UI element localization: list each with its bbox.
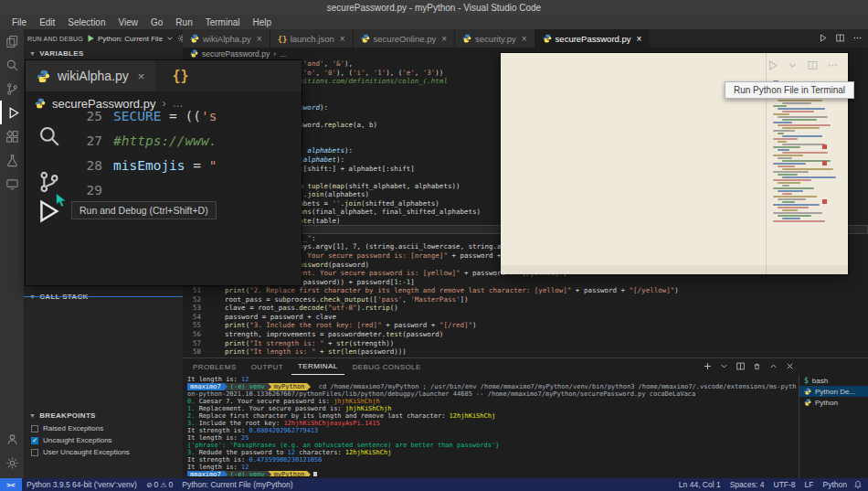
new-terminal-icon[interactable] <box>703 361 713 371</box>
breakpoint-item[interactable]: User Uncaught Exceptions <box>24 446 183 458</box>
activity-run-and-debug[interactable] <box>0 101 24 124</box>
debug-config-status[interactable]: Python: Current File (myPython) <box>177 480 297 489</box>
breakpoint-item[interactable]: ✓Uncaught Exceptions <box>24 434 183 446</box>
tab-wikialpha-py[interactable]: wikiAlpha.py× <box>183 29 270 48</box>
panel-tabs: PROBLEMSOUTPUTTERMINALDEBUG CONSOLE <box>186 358 428 375</box>
variables-section-header[interactable]: ▼ VARIABLES <box>24 48 183 59</box>
more-actions-icon[interactable] <box>852 33 863 43</box>
terminal-process-python-de-[interactable]: Python De... <box>799 386 868 397</box>
breakpoint-label: User Uncaught Exceptions <box>43 448 130 456</box>
notifications-bell-icon[interactable] <box>853 480 863 489</box>
menu-selection[interactable]: Selection <box>61 17 111 27</box>
checkbox[interactable] <box>31 449 38 456</box>
warning-icon: ⚠ <box>160 481 166 489</box>
status-python[interactable]: Python <box>819 480 852 489</box>
terminal-line: 2. Replace first character by its length… <box>187 412 797 420</box>
panel-tab-debug-console[interactable]: DEBUG CONSOLE <box>346 359 428 375</box>
minimap-line <box>782 102 811 104</box>
status-lf[interactable]: LF <box>800 480 819 489</box>
activity-search[interactable] <box>0 53 24 77</box>
tab-security-py[interactable]: security.py× <box>455 29 535 48</box>
code-line-51: 51 print("2. Replace first character by … <box>183 286 868 295</box>
terminal-line: It length is: 12 <box>187 464 797 471</box>
activity-explorer[interactable] <box>0 29 24 53</box>
tab-securepassword-py[interactable]: securePassword.py× <box>535 29 651 48</box>
menu-file[interactable]: File <box>5 17 33 27</box>
close-icon[interactable]: × <box>637 34 642 44</box>
code-line-58: 58 print("It length is: " + str(len(pass… <box>183 347 868 357</box>
close-icon[interactable]: × <box>340 34 345 44</box>
terminal-line: {'phrase': 'Passphrases (e.g. an obfusca… <box>187 442 797 449</box>
panel-tab-output[interactable]: OUTPUT <box>245 359 290 375</box>
python-interpreter-status[interactable]: Python 3.9.5 64-bit ('venv':venv) <box>22 480 142 489</box>
checkbox[interactable] <box>31 425 38 432</box>
chevron-down-icon[interactable] <box>719 361 729 371</box>
menu-go[interactable]: Go <box>144 17 169 27</box>
status-utf-8[interactable]: UTF-8 <box>769 480 800 489</box>
menu-view[interactable]: View <box>112 17 145 27</box>
tabs: wikiAlpha.py×{}launch.json×secureOnline.… <box>183 29 650 48</box>
panel-tab-problems[interactable]: PROBLEMS <box>186 359 243 375</box>
activity-account[interactable] <box>0 427 24 451</box>
error-icon: ⊘ <box>146 481 153 489</box>
breakpoints-section-header[interactable]: ▼ BREAKPOINTS <box>24 410 183 422</box>
menu-terminal[interactable]: Terminal <box>199 17 247 27</box>
checkbox[interactable]: ✓ <box>31 437 38 444</box>
activity-remote-explorer[interactable] <box>0 172 24 196</box>
activity-testing[interactable] <box>0 148 24 172</box>
chevron-down-icon: ▼ <box>29 50 36 57</box>
minimap-line <box>782 127 820 129</box>
braces-icon: {} <box>278 34 287 43</box>
debug-config-select[interactable]: Python: Current File <box>98 35 163 43</box>
activity-settings[interactable] <box>0 451 24 475</box>
minimap-line <box>778 165 795 167</box>
activity-source-control[interactable] <box>0 77 24 101</box>
problems-status[interactable]: ⊘0 ⚠0 <box>142 480 177 489</box>
maximize-panel-icon[interactable] <box>768 361 778 371</box>
split-terminal-icon[interactable] <box>736 361 746 371</box>
menu-edit[interactable]: Edit <box>33 17 61 27</box>
magnified-tab-row: wikiAlpha.py × {} <box>26 60 302 91</box>
start-debug-icon[interactable] <box>86 34 95 43</box>
terminal-cursor <box>313 472 317 476</box>
split-editor-icon[interactable] <box>835 33 845 43</box>
terminal-output[interactable]: It length is: 12mmaximo7(-e) venvmyPytho… <box>187 376 797 476</box>
terminal-process-python[interactable]: Python <box>799 397 868 408</box>
breakpoint-item[interactable]: Raised Exceptions <box>24 422 183 434</box>
minimap-line <box>773 171 809 173</box>
breadcrumb-more[interactable]: ... <box>280 49 286 59</box>
menu-help[interactable]: Help <box>247 17 279 27</box>
status-ln-44[interactable]: Ln 44, Col 1 <box>674 480 725 489</box>
minimap-line <box>773 212 822 214</box>
close-panel-icon[interactable] <box>785 361 795 371</box>
tab-label: security.py <box>475 34 516 44</box>
breadcrumb-file[interactable]: securePassword.py <box>202 49 270 59</box>
tab-launch-json[interactable]: {}launch.json× <box>270 29 354 48</box>
code-text: print("It strength is: " + str(strength)… <box>208 339 394 347</box>
code-text: clave = root_pass.decode("utf-8").rstrip… <box>208 304 398 312</box>
close-icon[interactable]: × <box>257 34 262 44</box>
terminal-line: 0. Caesar 7. Your secure password is: jh… <box>187 398 797 405</box>
minimap-line <box>782 135 822 137</box>
minimap-line <box>782 201 795 203</box>
menu-run[interactable]: Run <box>169 17 198 27</box>
line-number: 54 <box>183 313 201 322</box>
tab-secureonline-py[interactable]: secureOnline.py× <box>354 29 456 48</box>
chevron-down-icon[interactable] <box>165 34 175 43</box>
remote-indicator[interactable]: >< <box>0 478 22 491</box>
bash-icon: $ <box>804 377 809 385</box>
panel-tab-terminal[interactable]: TERMINAL <box>291 359 344 375</box>
run-file-icon[interactable] <box>818 33 828 43</box>
run-python-file-icon[interactable] <box>767 59 778 71</box>
activity-extensions[interactable] <box>0 124 24 148</box>
python-file-icon <box>35 98 46 109</box>
kill-terminal-icon[interactable] <box>752 361 762 371</box>
minimap-error-mark <box>822 161 827 165</box>
window-title: securePassword.py - myPython - Visual St… <box>327 3 541 13</box>
terminal-process-bash[interactable]: $bash <box>799 375 868 386</box>
code-text: print("2. Replace first character by its… <box>208 286 679 294</box>
close-icon[interactable]: × <box>522 34 527 44</box>
bottom-panel: PROBLEMSOUTPUTTERMINALDEBUG CONSOLE It l… <box>183 358 868 478</box>
status-spaces-4[interactable]: Spaces: 4 <box>725 480 769 489</box>
close-icon[interactable]: × <box>441 34 447 44</box>
